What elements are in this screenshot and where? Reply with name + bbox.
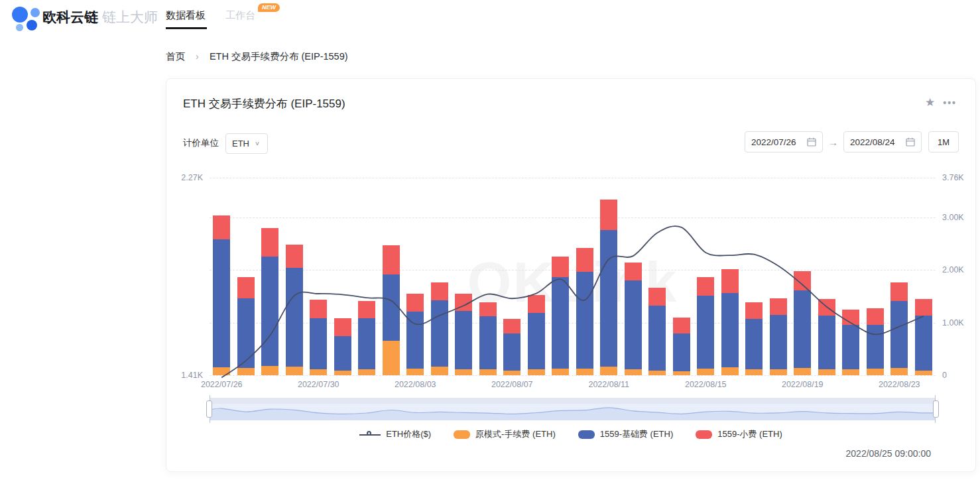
breadcrumb: 首页 › ETH 交易手续费分布 (EIP-1559) — [166, 50, 348, 63]
date-to-input[interactable]: 2022/08/24 — [843, 131, 922, 152]
unit-select[interactable]: ETH ∨ — [225, 133, 268, 154]
x-axis-label: 2022/08/23 — [879, 380, 920, 389]
x-axis-label: 2022/08/07 — [491, 380, 533, 389]
x-axis-label: 2022/07/30 — [298, 380, 339, 389]
legend-item[interactable]: 1559-基础费 (ETH) — [578, 428, 674, 440]
breadcrumb-separator-icon: › — [196, 51, 199, 62]
new-badge: NEW — [258, 3, 280, 12]
legend-line-marker-icon — [359, 430, 381, 439]
legend-swatch-icon — [578, 430, 595, 439]
right-axis-label: 0 — [942, 371, 947, 380]
calendar-icon — [906, 137, 915, 147]
nav-tab-workbench[interactable]: 工作台 — [225, 9, 255, 22]
legend-item[interactable]: ETH价格($) — [359, 428, 431, 440]
legend-item[interactable]: 1559-小费 (ETH) — [696, 428, 782, 440]
date-from-input[interactable]: 2022/07/26 — [745, 131, 823, 152]
more-options-icon[interactable]: ••• — [943, 97, 957, 108]
date-from-value: 2022/07/26 — [751, 137, 796, 147]
x-axis-label: 2022/08/19 — [782, 380, 824, 389]
date-to-value: 2022/08/24 — [850, 137, 895, 147]
nav-tab-dashboard[interactable]: 数据看板 — [166, 9, 206, 22]
datazoom-overview-area — [210, 398, 936, 420]
breadcrumb-current: ETH 交易手续费分布 (EIP-1559) — [210, 51, 348, 62]
calendar-icon — [807, 137, 816, 147]
x-axis-label: 2022/08/11 — [588, 380, 629, 389]
unit-select-value: ETH — [232, 139, 249, 149]
logo-text-secondary: 链上大师 — [102, 9, 158, 25]
left-axis-label: 2.27K — [181, 173, 203, 182]
oklink-logo-icon[interactable] — [7, 3, 41, 32]
legend-label: 1559-小费 (ETH) — [717, 428, 782, 440]
chart-legend: ETH价格($)原模式-手续费 (ETH)1559-基础费 (ETH)1559-… — [166, 428, 975, 440]
legend-swatch-icon — [454, 430, 470, 439]
right-axis-label: 1.00K — [942, 318, 964, 328]
logo-text: 欧科云链链上大师 — [42, 8, 158, 27]
right-axis-label: 2.00K — [942, 265, 964, 274]
chart-plot-area: OKLink 3.76K3.00K2.00K1.00K02.27K1.41K20… — [210, 178, 936, 375]
x-axis-label: 2022/08/03 — [395, 380, 436, 389]
favorite-star-icon[interactable]: ★ — [925, 96, 935, 109]
datazoom-right-handle[interactable] — [933, 400, 939, 418]
logo-text-primary: 欧科云链 — [42, 9, 98, 25]
x-axis-label: 2022/08/15 — [685, 380, 727, 389]
right-axis-label: 3.76K — [942, 173, 964, 182]
chevron-down-icon: ∨ — [255, 140, 260, 147]
updated-timestamp: 2022/08/25 09:00:00 — [846, 448, 931, 459]
breadcrumb-home-link[interactable]: 首页 — [166, 51, 185, 62]
datazoom-left-handle[interactable] — [206, 400, 212, 418]
page-title: ETH 交易手续费分布 (EIP-1559) — [183, 96, 345, 111]
legend-item[interactable]: 原模式-手续费 (ETH) — [454, 428, 556, 440]
range-1m-button[interactable]: 1M — [928, 131, 959, 152]
chart-card: ETH 交易手续费分布 (EIP-1559) ★ ••• 计价单位 ETH ∨ … — [166, 78, 976, 472]
right-axis-label: 3.00K — [942, 213, 964, 222]
left-axis-label: 1.41K — [181, 371, 203, 380]
datazoom-slider[interactable] — [210, 398, 936, 420]
legend-swatch-icon — [696, 430, 712, 439]
unit-label: 计价单位 — [183, 137, 219, 149]
price-line[interactable] — [210, 178, 936, 375]
nav-active-underline — [166, 27, 207, 29]
legend-label: 1559-基础费 (ETH) — [600, 428, 674, 440]
x-axis-label: 2022/07/26 — [201, 380, 243, 389]
gridline — [210, 375, 936, 376]
legend-label: 原模式-手续费 (ETH) — [475, 428, 556, 440]
legend-label: ETH价格($) — [386, 428, 431, 440]
app-header: 欧科云链链上大师 数据看板 工作台 NEW — [0, 0, 980, 34]
arrow-right-icon: → — [828, 137, 838, 148]
